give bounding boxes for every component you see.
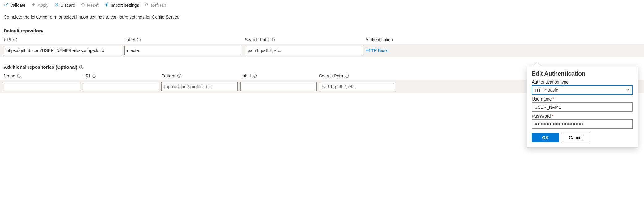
header-auth-label: Authentication xyxy=(365,37,393,42)
default-repo-title: Default repository xyxy=(0,21,644,35)
discard-label: Discard xyxy=(61,3,75,8)
uri-input-2[interactable] xyxy=(83,82,159,91)
intro-text: Complete the following form or select Im… xyxy=(0,11,644,21)
header-name-label: Name xyxy=(4,73,15,78)
toolbar: Validate Apply Discard Reset Import sett… xyxy=(0,0,644,11)
header-uri2: URI xyxy=(83,73,161,78)
svg-point-4 xyxy=(139,39,139,39)
header-uri-label: URI xyxy=(4,37,11,42)
header-label2: Label xyxy=(240,73,319,78)
header-auth: Authentication xyxy=(365,37,480,42)
svg-rect-14 xyxy=(19,76,19,77)
validate-button[interactable]: Validate xyxy=(4,2,26,8)
check-icon xyxy=(4,2,8,8)
search-path-input-2[interactable] xyxy=(319,82,395,91)
svg-rect-8 xyxy=(272,39,273,41)
header-label: Label xyxy=(124,37,245,42)
svg-point-19 xyxy=(179,75,180,76)
reset-button: Reset xyxy=(81,2,99,8)
close-icon xyxy=(54,2,59,8)
apply-label: Apply xyxy=(38,3,49,8)
search-path-input[interactable] xyxy=(245,46,363,55)
info-icon[interactable] xyxy=(92,74,96,78)
import-icon xyxy=(104,2,109,8)
svg-rect-11 xyxy=(81,67,82,68)
header-pattern-label: Pattern xyxy=(161,73,175,78)
refresh-label: Refresh xyxy=(151,3,166,8)
header-search-path-label: Search Path xyxy=(245,37,269,42)
header-name: Name xyxy=(4,73,83,78)
header-searchpath2: Search Path xyxy=(319,73,398,78)
svg-rect-20 xyxy=(179,76,180,77)
auth-type-select[interactable]: HTTP Basic xyxy=(532,85,633,93)
info-icon[interactable] xyxy=(13,37,17,42)
svg-point-7 xyxy=(272,39,273,39)
info-icon[interactable] xyxy=(345,74,349,78)
svg-rect-17 xyxy=(94,76,94,77)
svg-point-13 xyxy=(19,75,19,76)
header-label-label: Label xyxy=(124,37,135,42)
auth-popover: Edit Authentication Authentication type … xyxy=(527,66,638,93)
import-settings-button[interactable]: Import settings xyxy=(104,2,139,8)
header-uri2-label: URI xyxy=(83,73,90,78)
info-icon[interactable] xyxy=(79,65,83,69)
default-repo-row: HTTP Basic xyxy=(0,44,644,57)
header-searchpath2-label: Search Path xyxy=(319,73,343,78)
info-icon[interactable] xyxy=(253,74,257,78)
info-icon[interactable] xyxy=(177,74,181,78)
info-icon[interactable] xyxy=(17,74,21,78)
reset-label: Reset xyxy=(87,3,99,8)
svg-point-10 xyxy=(81,66,82,67)
additional-repos-title: Additional repositories (Optional) xyxy=(4,64,77,70)
svg-point-16 xyxy=(94,75,94,76)
svg-rect-2 xyxy=(15,39,15,41)
info-icon[interactable] xyxy=(271,37,275,42)
auth-type-label: Authentication type xyxy=(532,80,633,84)
validate-label: Validate xyxy=(10,3,26,8)
popover-title: Edit Authentication xyxy=(532,70,633,77)
pattern-input[interactable] xyxy=(161,82,238,91)
chevron-down-icon xyxy=(626,88,629,93)
default-repo-headers: URI Label Search Path Authentication xyxy=(0,35,644,44)
header-uri: URI xyxy=(4,37,124,42)
header-label2-label: Label xyxy=(240,73,251,78)
svg-rect-5 xyxy=(139,39,139,41)
import-label: Import settings xyxy=(111,3,139,8)
svg-point-1 xyxy=(15,39,15,39)
auth-link[interactable]: HTTP Basic xyxy=(365,48,388,53)
reset-icon xyxy=(81,2,85,8)
svg-point-25 xyxy=(347,75,347,76)
uri-input[interactable] xyxy=(4,46,122,55)
auth-type-value: HTTP Basic xyxy=(535,88,558,93)
header-pattern: Pattern xyxy=(161,73,240,78)
discard-button[interactable]: Discard xyxy=(54,2,75,8)
svg-rect-23 xyxy=(255,76,255,77)
label-input-2[interactable] xyxy=(240,82,317,91)
upload-icon xyxy=(31,2,36,8)
name-input[interactable] xyxy=(4,82,80,91)
label-input[interactable] xyxy=(124,46,242,55)
svg-point-22 xyxy=(254,75,255,76)
info-icon[interactable] xyxy=(137,37,141,42)
svg-rect-26 xyxy=(347,76,347,77)
apply-button: Apply xyxy=(31,2,49,8)
refresh-button: Refresh xyxy=(144,2,166,8)
header-search-path: Search Path xyxy=(245,37,365,42)
refresh-icon xyxy=(144,2,149,8)
